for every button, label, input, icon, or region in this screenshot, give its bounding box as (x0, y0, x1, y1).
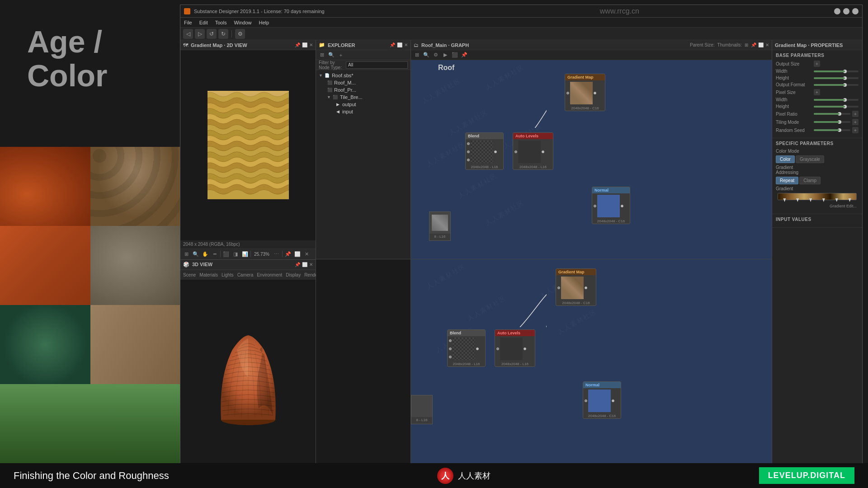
graph-bottom-area[interactable]: 人人素材社区 人人素材社区 人人素材社区 人人素材社区 人人素材社区 Gradi… (411, 259, 772, 479)
pixel-ratio-handle[interactable] (838, 112, 841, 116)
filter-input[interactable] (346, 61, 408, 69)
gradient-map-node-2[interactable]: Gradient Map 2048x2048 - C16 (556, 268, 596, 306)
toolbar-open[interactable]: ▷ (195, 29, 205, 39)
graph-tb-1[interactable]: ⊞ (413, 51, 421, 59)
popout-icon[interactable]: ⬜ (302, 42, 307, 47)
close-panel-icon-graph[interactable]: ✕ (765, 42, 769, 47)
panel-3d-controls[interactable]: 📌 ⬜ ✕ (295, 262, 313, 267)
3d-tab-camera[interactable]: Camera (237, 272, 254, 277)
pixel-ratio-slider[interactable] (814, 113, 850, 115)
width-handle-2[interactable] (843, 98, 847, 102)
color-opt-color[interactable]: Color (776, 155, 795, 163)
port-in-3[interactable] (467, 150, 470, 153)
port-out-2[interactable] (494, 150, 497, 153)
pixel-size-plus[interactable]: + (814, 89, 820, 95)
height-handle-2[interactable] (843, 105, 847, 108)
port-in-6[interactable] (594, 205, 596, 207)
b2-port-out[interactable] (476, 347, 479, 350)
width-handle-1[interactable] (843, 70, 847, 73)
popout-icon-exp[interactable]: ⬜ (397, 42, 402, 47)
popout-icon-graph[interactable]: ⬜ (758, 42, 764, 47)
ghandle-1[interactable] (783, 198, 786, 202)
toolbar-new[interactable]: ◁ (183, 29, 193, 39)
port-in-5[interactable] (514, 150, 517, 153)
ghandle-4[interactable] (822, 198, 825, 202)
output-format-handle[interactable] (843, 83, 847, 87)
pin-icon-exp[interactable]: 📌 (390, 42, 395, 47)
b2-port-in-3[interactable] (449, 356, 452, 358)
view-stats[interactable]: 📊 (241, 250, 249, 258)
3d-tab-lights[interactable]: Lights (222, 272, 234, 277)
b2-port-in-1[interactable] (449, 339, 452, 342)
menu-window[interactable]: Window (234, 20, 251, 25)
explorer-controls[interactable]: 📌 ⬜ ✕ (390, 42, 408, 47)
explorer-item-input[interactable]: ◀ input (316, 108, 410, 115)
height-slider-1[interactable] (814, 77, 859, 79)
window-controls[interactable] (834, 8, 859, 14)
port-out-4[interactable] (621, 205, 623, 207)
graph-tb-5[interactable]: ⬛ (451, 51, 459, 59)
explorer-item-tile-bre[interactable]: ▼ ⬛ Tile_Bre... (316, 94, 410, 101)
color-opt-grayscale[interactable]: Grayscale (796, 155, 824, 163)
gm2-port-out[interactable] (585, 286, 587, 289)
view-close[interactable]: ✕ (303, 250, 311, 258)
exp-tb-1[interactable]: ⊞ (318, 51, 326, 59)
3d-tab-display[interactable]: Display (286, 272, 301, 277)
ghandle-3[interactable] (809, 198, 812, 202)
graph-tb-3[interactable]: ⚙ (432, 51, 440, 59)
normal-node-2[interactable]: Normal 2048x2048 - C16 (583, 381, 621, 419)
pin-icon-graph[interactable]: 📌 (751, 42, 756, 47)
view-popout[interactable]: ⬜ (293, 250, 302, 258)
view-pin[interactable]: 📌 (284, 250, 292, 258)
close-button[interactable] (852, 8, 859, 14)
close-panel-icon-3d[interactable]: ✕ (309, 262, 313, 267)
menu-help[interactable]: Help (259, 20, 269, 25)
auto-levels-node-2[interactable]: Auto Levels 2048x2048 - L16 (495, 329, 535, 367)
maximize-button[interactable] (843, 8, 849, 14)
auto-levels-node[interactable]: Auto Levels 2048x2048 - L16 (513, 132, 553, 170)
menu-edit[interactable]: Edit (199, 20, 208, 25)
ghandle-2[interactable] (796, 198, 799, 202)
menu-tools[interactable]: Tools (215, 20, 227, 25)
random-seed-slider[interactable] (814, 129, 850, 131)
toolbar-undo[interactable]: ⚙ (235, 29, 245, 39)
gradient-edit-btn[interactable]: Gradient Edit... (778, 204, 857, 208)
3d-tab-materials[interactable]: Materials (199, 272, 218, 277)
al2-port-out[interactable] (524, 347, 526, 350)
pin-icon-3d[interactable]: 📌 (295, 262, 300, 267)
addr-opt-clamp[interactable]: Clamp (799, 177, 821, 184)
explorer-item-roof-sbs[interactable]: ▼ 📄 Roof.sbs* (316, 72, 410, 79)
thumbnails-toggle[interactable]: ⊞ (745, 42, 748, 47)
pixel-ratio-plus[interactable]: + (852, 111, 859, 117)
3d-tab-environment[interactable]: Environment (257, 272, 282, 277)
height-handle-1[interactable] (843, 76, 847, 80)
view-fit-btn[interactable]: ⊞ (182, 250, 190, 258)
view-zoom-out[interactable]: ━ (211, 250, 219, 258)
close-panel-icon-exp[interactable]: ✕ (404, 42, 408, 47)
gradient-bar[interactable] (778, 193, 857, 200)
explorer-item-roof-pr[interactable]: ⬛ Roof_Pr... (316, 86, 410, 94)
n2-port-out[interactable] (612, 399, 614, 402)
port-out-3[interactable] (542, 150, 544, 153)
explorer-item-roof-m[interactable]: ⬛ Roof_M... (316, 79, 410, 86)
toolbar-save[interactable]: ↺ (207, 29, 217, 39)
n2-port-in[interactable] (585, 399, 587, 402)
tiling-mode-handle[interactable] (838, 120, 841, 124)
height-slider-2[interactable] (814, 106, 859, 108)
tiling-mode-plus[interactable]: + (852, 119, 859, 125)
panel-2d-controls[interactable]: 📌 ⬜ ✕ (295, 42, 313, 47)
pin-icon[interactable]: 📌 (295, 42, 300, 47)
ghandle-5[interactable] (835, 198, 838, 202)
normal-node[interactable]: Normal 2048x2048 - C16 (592, 187, 630, 224)
output-format-slider[interactable] (814, 84, 859, 86)
view-alpha[interactable]: ◨ (231, 250, 240, 258)
view-more[interactable]: ⋯ (273, 250, 281, 258)
graph-controls[interactable]: 📌 ⬜ ✕ (751, 42, 769, 47)
graph-canvas[interactable]: 人人素材社区 人人素材社区 人人素材社区 人人素材社区 人人素材社区 人人素材社… (411, 60, 772, 259)
ghandle-6[interactable] (849, 198, 851, 202)
addr-opt-repeat[interactable]: Repeat (776, 177, 798, 184)
menu-file[interactable]: File (184, 20, 192, 25)
view-channels[interactable]: ⬛ (222, 250, 230, 258)
port-out-1[interactable] (594, 92, 596, 94)
port-in-2[interactable] (467, 142, 470, 145)
